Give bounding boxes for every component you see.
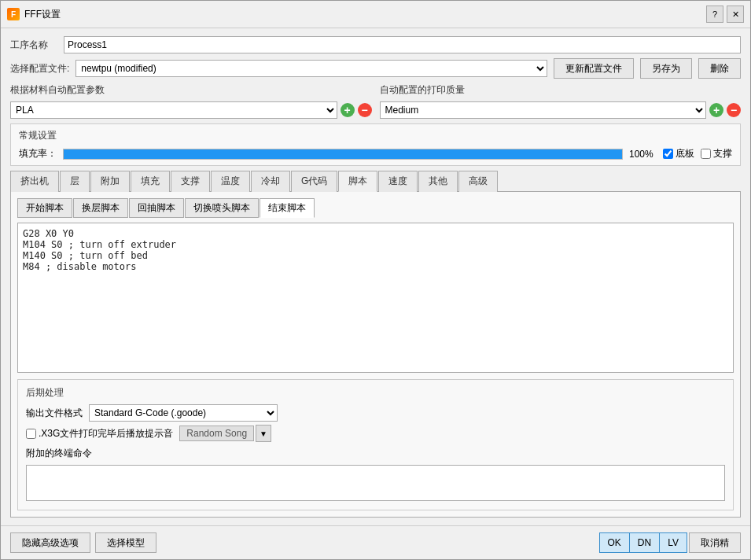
title-bar: F FFF设置 ? ✕ [1, 1, 750, 28]
profile-row: 选择配置文件: newtpu (modified) 更新配置文件 另存为 删除 [10, 58, 741, 79]
main-tabs-container: 挤出机 层 附加 填充 支撑 温度 冷却 G代码 脚本 速度 其他 高级 开始脚… [10, 171, 741, 518]
done-button[interactable]: DN [630, 533, 660, 552]
footer-right-buttons: OK DN LV 取消精 [599, 532, 741, 553]
x3g-checkbox[interactable] [26, 429, 36, 439]
material-col: 根据材料自动配置参数 PLA ABS TPU + − [10, 83, 372, 119]
support-checkbox-label[interactable]: 支撑 [701, 147, 732, 160]
select-model-button[interactable]: 选择模型 [95, 532, 156, 553]
baseplate-label: 底板 [676, 147, 694, 160]
support-checkbox[interactable] [701, 149, 711, 159]
post-processing-label: 后期处理 [26, 386, 725, 400]
inner-tab-bar: 开始脚本 换层脚本 回抽脚本 切换喷头脚本 结束脚本 [17, 198, 734, 218]
inner-tab-end[interactable]: 结束脚本 [260, 198, 315, 218]
quality-select[interactable]: Medium Low High [380, 101, 707, 119]
post-processing-section: 后期处理 输出文件格式 Standard G-Code (.goode) Bin… [17, 379, 734, 510]
profile-label: 选择配置文件: [10, 62, 69, 76]
tab-script[interactable]: 脚本 [338, 171, 377, 192]
song-selector: Random Song ▼ [179, 425, 271, 442]
main-tab-content: 开始脚本 换层脚本 回抽脚本 切换喷头脚本 结束脚本 G28 X0 Y0 M10… [10, 192, 741, 518]
tab-support[interactable]: 支撑 [171, 171, 210, 192]
footer: 隐藏高级选项 选择模型 OK DN LV 取消精 [1, 525, 750, 559]
lv-button[interactable]: LV [660, 533, 687, 552]
material-dropdown-row: PLA ABS TPU + − [10, 101, 372, 119]
main-content: 工序名称 选择配置文件: newtpu (modified) 更新配置文件 另存… [1, 28, 750, 525]
profile-select[interactable]: newtpu (modified) [75, 60, 547, 77]
print-quality-col: 自动配置的打印质量 Medium Low High + − [380, 83, 742, 119]
process-name-input[interactable] [64, 36, 741, 53]
tab-extruder[interactable]: 挤出机 [10, 171, 59, 192]
tab-gcode[interactable]: G代码 [291, 171, 337, 192]
hide-advanced-button[interactable]: 隐藏高级选项 [10, 532, 90, 553]
tab-advanced[interactable]: 高级 [458, 171, 498, 192]
support-label: 支撑 [713, 147, 732, 160]
output-format-label: 输出文件格式 [26, 407, 83, 420]
script-textarea[interactable]: G28 X0 Y0 M104 S0 ; turn off extruder M1… [17, 223, 734, 373]
song-value: Random Song [179, 426, 254, 441]
quality-add-button[interactable]: + [709, 103, 723, 117]
delete-button[interactable]: 删除 [698, 58, 741, 79]
terminal-label: 附加的终端命令 [26, 447, 725, 460]
title-bar-buttons: ? ✕ [706, 6, 744, 23]
fill-percent: 100% [629, 149, 657, 160]
fill-rate-label: 填充率： [19, 147, 57, 160]
general-settings-label: 常规设置 [19, 129, 732, 142]
baseplate-checkbox[interactable] [663, 149, 673, 159]
general-settings-box: 常规设置 填充率： 100% 底板 支撑 [10, 123, 741, 166]
tab-other[interactable]: 其他 [418, 171, 458, 192]
process-name-label: 工序名称 [10, 39, 57, 52]
output-format-row: 输出文件格式 Standard G-Code (.goode) Binary G… [26, 404, 725, 422]
baseplate-checkbox-label[interactable]: 底板 [663, 147, 694, 160]
inner-tab-retract[interactable]: 回抽脚本 [129, 198, 184, 218]
tab-temp[interactable]: 温度 [211, 171, 250, 192]
process-name-row: 工序名称 [10, 36, 741, 53]
x3g-label: .X3G文件打印完毕后播放提示音 [39, 427, 173, 440]
tab-layer[interactable]: 层 [60, 171, 90, 192]
fill-track [63, 149, 623, 160]
tab-addon[interactable]: 附加 [90, 171, 130, 192]
footer-left-buttons: 隐藏高级选项 选择模型 [10, 532, 156, 553]
app-icon: F [7, 8, 20, 20]
fill-rate-row: 填充率： 100% 底板 支撑 [19, 147, 732, 160]
window-title: FFF设置 [24, 8, 706, 21]
tab-cool[interactable]: 冷却 [251, 171, 290, 192]
quality-dropdown-row: Medium Low High + − [380, 101, 742, 119]
fill-bar [64, 149, 622, 159]
material-add-button[interactable]: + [341, 103, 355, 117]
print-quality-label: 自动配置的打印质量 [380, 83, 742, 97]
material-select[interactable]: PLA ABS TPU [10, 101, 337, 119]
main-window: F FFF设置 ? ✕ 工序名称 选择配置文件: newtpu (modifie… [0, 0, 751, 560]
terminal-command-input[interactable] [26, 465, 725, 501]
save-as-button[interactable]: 另存为 [640, 58, 692, 79]
inner-tab-start[interactable]: 开始脚本 [17, 198, 72, 218]
quality-remove-button[interactable]: − [727, 103, 741, 117]
close-button[interactable]: ✕ [727, 6, 744, 23]
output-format-select[interactable]: Standard G-Code (.goode) Binary G-Code [89, 404, 278, 422]
material-remove-button[interactable]: − [358, 103, 372, 117]
ok-done-lv-buttons: OK DN LV [599, 532, 687, 553]
auto-config-row: 根据材料自动配置参数 PLA ABS TPU + − 自动配置的打印质量 Med… [10, 83, 741, 119]
cancel-button[interactable]: 取消精 [689, 532, 741, 553]
update-profile-button[interactable]: 更新配置文件 [554, 58, 634, 79]
ok-button[interactable]: OK [600, 533, 630, 552]
tab-fill[interactable]: 填充 [131, 171, 170, 192]
inner-tab-layer-change[interactable]: 换层脚本 [73, 198, 128, 218]
inner-tab-toolchange[interactable]: 切换喷头脚本 [185, 198, 259, 218]
material-auto-label: 根据材料自动配置参数 [10, 83, 372, 97]
x3g-checkbox-label[interactable]: .X3G文件打印完毕后播放提示音 [26, 427, 173, 440]
help-button[interactable]: ? [706, 6, 723, 23]
tab-speed[interactable]: 速度 [378, 171, 418, 192]
main-tab-bar: 挤出机 层 附加 填充 支撑 温度 冷却 G代码 脚本 速度 其他 高级 [10, 171, 741, 192]
x3g-row: .X3G文件打印完毕后播放提示音 Random Song ▼ [26, 425, 725, 442]
song-dropdown-button[interactable]: ▼ [256, 425, 271, 442]
